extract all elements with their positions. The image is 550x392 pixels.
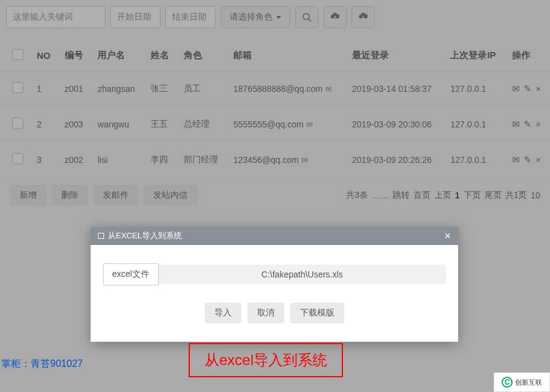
cancel-button[interactable]: 取消	[247, 303, 284, 323]
corner-logo: C 创新互联	[494, 372, 550, 392]
annotation-box: 从excel导入到系统	[189, 343, 343, 377]
modal-close-button[interactable]: ×	[444, 230, 451, 241]
file-path-display: C:\fakepath\Users.xls	[159, 265, 446, 284]
logo-icon: C	[502, 377, 513, 388]
logo-text: 创新互联	[515, 378, 542, 387]
import-modal: 从EXCEL导入到系统 × excel文件 C:\fakepath\Users.…	[91, 227, 458, 342]
import-button[interactable]: 导入	[205, 303, 241, 323]
window-icon	[98, 233, 104, 239]
modal-title: 从EXCEL导入到系统	[108, 230, 182, 241]
file-input-row: excel文件 C:\fakepath\Users.xls	[103, 263, 446, 285]
modal-header: 从EXCEL导入到系统 ×	[91, 227, 458, 245]
footer-credit: 掌柜：青苔901027	[1, 358, 83, 371]
download-template-button[interactable]: 下载模版	[290, 303, 344, 323]
file-label-button[interactable]: excel文件	[103, 263, 159, 285]
